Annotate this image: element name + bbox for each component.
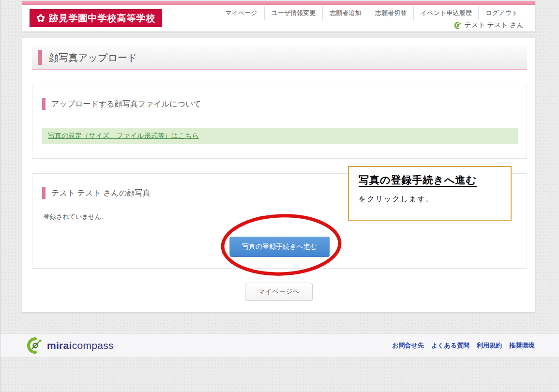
photo-spec-link[interactable]: 写真の規定（サイズ、ファイル形式等）はこちら xyxy=(48,132,199,140)
nav-item-add-applicant[interactable]: 志願者追加 xyxy=(322,6,368,20)
to-mypage-button[interactable]: マイページへ xyxy=(245,283,313,301)
top-nav: マイページ ユーザ情報変更 志願者追加 志願者切替 イベント申込履歴 ログアウト xyxy=(218,6,525,20)
page-background: { "header": { "school_name": "跡見学園中学校高等学… xyxy=(0,0,559,392)
footer: miraicompass お問合せ先 よくある質問 利用規約 推奨環境 xyxy=(0,334,559,357)
nav-item-event-history[interactable]: イベント申込履歴 xyxy=(413,6,478,20)
school-name: 跡見学園中学校高等学校 xyxy=(49,12,155,25)
upload-info-heading-row: アップロードする顔写真ファイルについて xyxy=(42,98,201,110)
nav-item-mypage[interactable]: マイページ xyxy=(218,6,264,20)
brand-text-bold: mirai xyxy=(47,340,72,351)
instruction-annotation-box: 写真の登録手続きへ進む をクリックします。 xyxy=(348,166,512,221)
user-compass-icon xyxy=(454,22,462,29)
header: ✿ 跡見学園中学校高等学校 マイページ ユーザ情報変更 志願者追加 志願者切替 … xyxy=(22,1,535,31)
footer-link-contact[interactable]: お問合せ先 xyxy=(392,341,424,350)
footer-link-terms[interactable]: 利用規約 xyxy=(477,341,502,350)
upload-info-box: アップロードする顔写真ファイルについて 写真の規定（サイズ、ファイル形式等）はこ… xyxy=(32,85,527,159)
page-title-bar: 顔写真アップロード xyxy=(32,46,527,70)
nav-item-logout[interactable]: ログアウト xyxy=(478,6,525,20)
photo-heading: テスト テスト さんの顔写真 xyxy=(51,188,150,198)
heading-accent-bar xyxy=(42,187,45,199)
upload-info-heading: アップロードする顔写真ファイルについて xyxy=(51,99,201,109)
pink-top-bar xyxy=(22,1,535,5)
heading-accent-bar xyxy=(42,98,45,110)
proceed-to-photo-registration-button[interactable]: 写真の登録手続きへ進む xyxy=(229,237,330,257)
nav-item-user-info-edit[interactable]: ユーザ情報変更 xyxy=(264,6,323,20)
nav-item-switch-applicant[interactable]: 志願者切替 xyxy=(368,6,413,20)
footer-link-faq[interactable]: よくある質問 xyxy=(431,341,469,350)
footer-link-environment[interactable]: 推奨環境 xyxy=(509,341,534,350)
page-title: 顔写真アップロード xyxy=(49,51,137,64)
annotation-title: 写真の登録手続きへ進む xyxy=(359,173,501,187)
footer-brand: miraicompass xyxy=(27,337,114,354)
miraicompass-icon xyxy=(27,337,44,354)
school-logo-banner: ✿ 跡見学園中学校高等学校 xyxy=(30,9,162,27)
annotation-text: をクリックします。 xyxy=(359,195,501,204)
brand-text: miraicompass xyxy=(47,340,114,351)
title-accent-bar xyxy=(38,50,42,65)
user-name: テスト テスト さん xyxy=(465,21,524,30)
photo-heading-row: テスト テスト さんの顔写真 xyxy=(42,187,150,199)
sakura-icon: ✿ xyxy=(36,13,45,24)
photo-spec-banner: 写真の規定（サイズ、ファイル形式等）はこちら xyxy=(42,128,518,144)
brand-text-light: compass xyxy=(72,340,114,351)
photo-status-text: 登録されていません。 xyxy=(44,212,107,221)
user-info: テスト テスト さん xyxy=(454,21,524,30)
footer-links: お問合せ先 よくある質問 利用規約 推奨環境 xyxy=(392,341,534,350)
